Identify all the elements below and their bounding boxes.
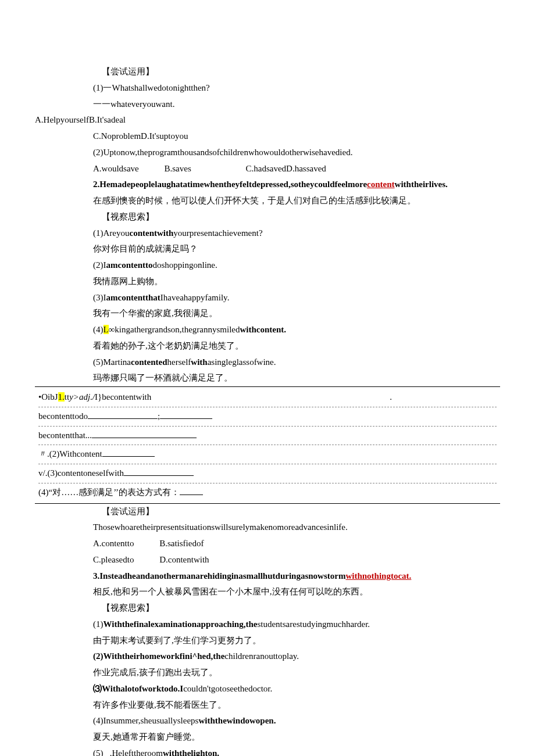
- q3-d: D.contentwith: [159, 552, 209, 568]
- blank: [180, 486, 203, 495]
- q3-b: B.satisfiedof: [159, 536, 204, 552]
- blank: [124, 468, 194, 476]
- with-ex1-c: studentsarestudyingmuchharder.: [257, 619, 370, 629]
- ex3: (3)IamcontentthatIhaveahappyfamily.: [35, 290, 500, 306]
- box-r6-a: (4)“对……感到满足’’的表达方式有：: [38, 488, 180, 497]
- ex5-d: with: [191, 357, 207, 367]
- ex1-cn: 你对你目前的成就满足吗？: [35, 241, 500, 257]
- box-r1-d: adj./: [79, 392, 95, 402]
- item3-cn: 相反,他和另一个人被暴风雪困在一个小木屋中,没有任何可以吃的东西。: [35, 584, 500, 600]
- blank: [102, 449, 155, 457]
- ex5-cn: 玛蒂娜只喝了一杯酒就心满足足了。: [35, 370, 500, 386]
- item3-lead-pre: 3.Insteadheandanothermanarehidinginasmal…: [93, 571, 345, 581]
- with-ex5-b: .Helefttheroom: [110, 748, 163, 756]
- box-r1-e: I}becontentwith: [95, 392, 151, 402]
- ex2-a: (2)I: [93, 260, 106, 270]
- ex2-cn: 我情愿网上购物。: [35, 274, 500, 290]
- with-ex3-b: couldn'tgotoseethedoctor.: [183, 684, 272, 693]
- observe-heading-2: 【视察思索】: [35, 600, 500, 617]
- ex2-b: amcontentto: [106, 260, 153, 270]
- with-ex2-a: (2)Withtheirhomeworkfini^hed,the: [93, 651, 224, 661]
- with-ex2-cn: 作业完成后,孩子们跑出去玩了。: [35, 665, 500, 681]
- item3-lead: 3.Insteadheandanothermanarehidinginasmal…: [35, 568, 500, 585]
- box-row-6: (4)“对……感到满足’’的表达方式有：: [38, 483, 497, 502]
- q1-reply: 一一whateveryouwant.: [35, 96, 500, 113]
- with-ex4-a: (4)Insummer,sheusuallysleeps: [93, 716, 198, 725]
- page: 【尝试运用】 (1)一Whatshallwedotonightthen? 一一w…: [0, 0, 535, 756]
- observe-heading-1: 【视察思索】: [35, 209, 500, 225]
- with-ex5-a: (5): [93, 748, 104, 756]
- box-row-2: becontenttodo;: [38, 407, 497, 427]
- ex1: (1)Areyoucontentwithyourpresentachieveme…: [35, 225, 500, 242]
- ex4-hl: L: [104, 325, 109, 334]
- q2-stem: (2)Uptonow,theprogramthousandsofchildren…: [35, 145, 500, 161]
- ex4-a: (4): [93, 325, 104, 334]
- q1-choices-row1: A.HelpyourselfB.It'sadeal: [35, 112, 500, 128]
- box-row-1: •OibJ1.tty>adj./I}becontentwith .: [38, 388, 497, 407]
- q2-b: B.saves: [165, 161, 191, 177]
- with-ex4-cn: 夏天,她通常开着窗户睡觉。: [35, 729, 500, 746]
- with-ex2: (2)Withtheirhomeworkfini^hed,thechildren…: [35, 648, 500, 665]
- ex5: (5)Martinacontentedherselfwithasinglegla…: [35, 354, 500, 371]
- ex2-c: doshoppingonline.: [152, 260, 217, 270]
- box-r1-a: •OibJ: [38, 392, 58, 402]
- summary-box: •OibJ1.tty>adj./I}becontentwith . becont…: [35, 386, 500, 504]
- q1-stem: (1)一Whatshallwedotonightthen?: [35, 80, 500, 96]
- item2-lead-hl: content: [367, 180, 395, 189]
- box-r1-c: y>: [69, 392, 79, 402]
- with-ex3-cn: 有许多作业要做,我不能看医生了。: [35, 697, 500, 714]
- item2-lead: 2.Hemadepeoplelaughatatimewhentheyfeltde…: [35, 177, 500, 193]
- item2-cn: 在感到懊丧的时候，他可以使人们开怀大笑，于是人们对自己的生活感到比较满足。: [35, 193, 500, 209]
- ex1-a: (1)Areyou: [93, 228, 129, 238]
- blank: [88, 410, 158, 419]
- with-ex4: (4)Insummer,sheusuallysleepswiththewindo…: [35, 713, 500, 729]
- blank: [160, 410, 212, 419]
- q3-choices-row2: C.pleasedto D.contentwith: [35, 552, 500, 568]
- section-heading-2: 【尝试运用】: [35, 504, 500, 520]
- q2-c: C.hadsavedD.hassaved: [246, 161, 326, 177]
- with-ex5: (5) .Helefttheroomwiththelighton.: [35, 746, 500, 756]
- box-r4-a: 〃.(2)Withcontent: [38, 449, 102, 458]
- ex5-c: herself: [167, 357, 191, 367]
- box-r5-a: v/.(3)contentoneselfwith: [38, 468, 124, 478]
- box-r2-a: becontenttodo: [38, 411, 88, 421]
- q3-stem: Thosewhoaretheirpresentsituationswillsur…: [35, 519, 500, 536]
- ex1-b: contentwith: [129, 228, 173, 238]
- with-ex2-b: childrenranouttoplay.: [224, 651, 299, 661]
- box-r1-tail: .: [390, 389, 497, 406]
- ex5-b: contented: [131, 357, 167, 367]
- box-row-4: 〃.(2)Withcontent: [38, 445, 497, 464]
- q2-choices: A.wouldsave B.saves C.hadsavedD.hassaved: [35, 161, 500, 177]
- with-ex1-a: (1): [93, 619, 104, 629]
- ex5-a: (5)Martina: [93, 357, 131, 367]
- q3-a: A.contentto: [93, 536, 134, 552]
- with-ex5-c: withthelighton.: [163, 748, 219, 756]
- ex3-a: (3)I: [93, 293, 106, 302]
- ex4: (4)L∞kingathergrandson,thegrannysmiledwi…: [35, 322, 500, 338]
- box-r1-hl: 1.: [58, 392, 65, 402]
- ex3-c: Ihaveahappyfamily.: [160, 293, 230, 302]
- q3-choices-row1: A.contentto B.satisfiedof: [35, 536, 500, 552]
- with-ex1: (1)Withthefinalexaminationapproaching,th…: [35, 617, 500, 633]
- q1-choices-row2: C.NoproblemD.It'suptoyou: [35, 128, 500, 145]
- ex4-c: ∞kingathergrandson,thegrannysmiled: [109, 325, 240, 334]
- with-ex3-a: ⑶Withalotofworktodo.I: [93, 684, 183, 693]
- item3-lead-hl: withnothingtocat.: [345, 571, 411, 581]
- with-ex1-b: Withthefinalexaminationapproaching,the: [104, 619, 258, 629]
- ex4-d: withcontent.: [240, 325, 286, 334]
- ex4-cn: 看着她的孙子,这个老奶奶满足地笑了。: [35, 338, 500, 354]
- with-ex1-cn: 由于期末考试要到了,学生们学习更努力了。: [35, 633, 500, 649]
- section-heading: 【尝试运用】: [35, 64, 500, 80]
- ex3-b: amcontentthat: [106, 293, 160, 302]
- q3-c: C.pleasedto: [93, 552, 134, 568]
- with-ex3: ⑶Withalotofworktodo.Icouldn'tgotoseethed…: [35, 681, 500, 697]
- box-r1-b: tt: [65, 392, 69, 402]
- q2-a: A.wouldsave: [93, 161, 139, 177]
- ex5-e: asingleglassofwine.: [208, 357, 276, 367]
- box-row-3: becontentthat...: [38, 427, 497, 446]
- ex3-cn: 我有一个华蜜的家庭,我很满足。: [35, 306, 500, 322]
- blank: [92, 429, 197, 438]
- box-row-5: v/.(3)contentoneselfwith: [38, 464, 497, 483]
- item2-lead-post: withtheirlives.: [395, 180, 448, 189]
- item2-lead-pre: 2.Hemadepeoplelaughatatimewhentheyfeltde…: [93, 180, 367, 189]
